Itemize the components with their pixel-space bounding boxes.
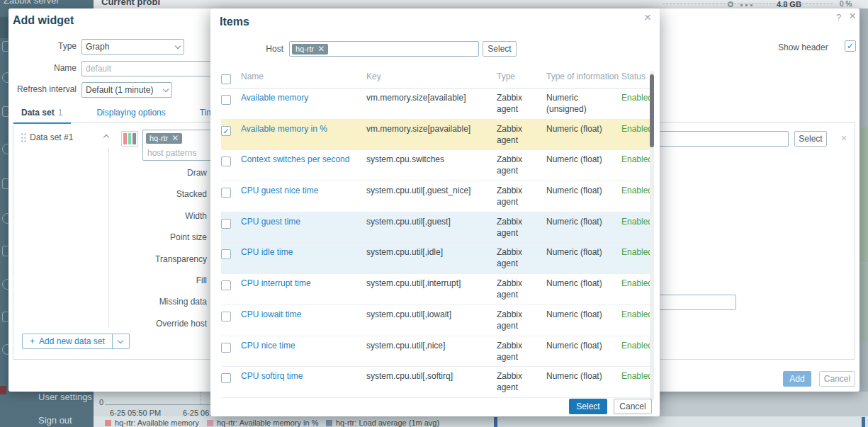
close-icon[interactable]: × <box>849 11 856 21</box>
host-label: Host <box>239 44 283 54</box>
column-header[interactable]: Name <box>241 69 366 88</box>
row-checkbox[interactable] <box>221 219 231 229</box>
dashboard-top-strip: Current probl 4.8 GB 0 % <box>92 0 868 8</box>
row-checkbox[interactable] <box>221 156 231 166</box>
row-checkbox[interactable] <box>221 280 231 290</box>
row-checkbox[interactable] <box>221 188 231 198</box>
row-checkbox[interactable] <box>221 249 231 259</box>
add-data-set-dropdown[interactable] <box>112 334 129 348</box>
drag-handle-icon[interactable] <box>21 132 27 143</box>
refresh-interval-select[interactable]: Default (1 minute) <box>81 82 172 98</box>
table-row: CPU nice timesystem.cpu.util[,nice]Zabbi… <box>221 336 653 368</box>
collapse-chevron-icon[interactable] <box>103 135 109 140</box>
graph-gridline <box>201 392 201 404</box>
gear-icon <box>728 1 733 7</box>
percent-stat: 0 % <box>840 0 852 8</box>
item-key: system.cpu.util[,softirq] <box>366 367 497 397</box>
type-select[interactable]: Graph <box>81 39 184 55</box>
item-type: Zabbix agent <box>497 336 546 367</box>
option-label-fill: Fill <box>120 275 207 285</box>
item-type-of-information: Numeric (float) <box>546 150 621 181</box>
chevron-down-icon <box>175 42 181 48</box>
scrollbar-track[interactable] <box>650 71 654 401</box>
graph-gridline <box>663 4 833 4</box>
row-checkbox[interactable] <box>221 343 231 353</box>
host-chip[interactable]: hq-rtr✕ <box>146 133 182 144</box>
item-select-button[interactable]: Select <box>794 131 827 147</box>
add-new-data-set-button[interactable]: +Add new data set <box>22 334 130 349</box>
dashboard-right-strip <box>859 8 868 392</box>
host-chip[interactable]: hq-rtr✕ <box>292 44 328 55</box>
item-name-link[interactable]: CPU nice time <box>241 336 366 367</box>
items-table-body: Available memoryvm.memory.size[available… <box>221 89 653 398</box>
item-name-link[interactable]: CPU softirq time <box>241 367 366 397</box>
tab-displaying-options[interactable]: Displaying options <box>88 105 174 124</box>
item-type: Zabbix agent <box>497 150 546 181</box>
scrollbar-thumb[interactable] <box>650 74 654 147</box>
option-label-draw: Draw <box>120 168 207 178</box>
graph-legend-item: hq-rtr: Available memory in % <box>207 419 318 427</box>
name-label: Name <box>9 63 77 73</box>
graph-y-zero-label: 0 <box>99 398 103 406</box>
swatch-stripe <box>128 133 132 144</box>
help-icon[interactable]: ? <box>836 13 841 23</box>
item-type-of-information: Numeric (float) <box>546 212 621 243</box>
items-table-header: Name Key Type Type of information Status <box>221 69 653 89</box>
dataset-title: Data set #1 <box>30 132 73 142</box>
item-type: Zabbix agent <box>497 305 546 336</box>
table-row: Available memoryvm.memory.size[available… <box>221 89 653 120</box>
graph-x-axis <box>105 404 213 405</box>
type-label: Type <box>9 41 77 51</box>
item-name-link[interactable]: CPU guest time <box>241 212 366 243</box>
item-name-link[interactable]: Available memory <box>241 89 366 119</box>
item-name-link[interactable]: CPU idle time <box>241 243 366 273</box>
show-header-checkbox[interactable]: ✓ <box>845 40 856 52</box>
add-button[interactable]: Add <box>783 371 811 387</box>
select-button[interactable]: Select <box>569 399 607 414</box>
graph-legend-item: hq-rtr: Available memory <box>105 419 199 427</box>
host-patterns-placeholder: host patterns <box>147 148 196 158</box>
cancel-button[interactable]: Cancel <box>819 371 855 387</box>
host-select-button[interactable]: Select <box>483 41 517 57</box>
item-type: Zabbix agent <box>497 120 546 150</box>
option-label-point-size: Point size <box>120 232 207 242</box>
row-checkbox[interactable] <box>221 95 231 105</box>
table-row: ✓Available memory in %vm.memory.size[pav… <box>221 120 653 151</box>
host-filter-input[interactable]: hq-rtr✕ <box>289 41 479 57</box>
item-type-of-information: Numeric (float) <box>546 243 621 273</box>
chip-remove-icon[interactable]: ✕ <box>317 45 325 53</box>
chip-remove-icon[interactable]: ✕ <box>171 135 179 142</box>
map-widget-fragment <box>859 127 868 262</box>
select-all-checkbox[interactable] <box>221 74 231 84</box>
item-key: system.cpu.util[,nice] <box>366 336 497 367</box>
close-icon[interactable]: × <box>644 13 651 23</box>
sidebar-server-name: Zabbix server <box>0 0 92 7</box>
item-name-link[interactable]: CPU iowait time <box>241 305 366 336</box>
table-row: CPU idle timesystem.cpu.util[,idle]Zabbi… <box>221 243 653 274</box>
row-checkbox[interactable] <box>221 373 231 383</box>
column-header[interactable]: Type <box>497 69 546 88</box>
remove-row-icon[interactable]: × <box>841 133 847 143</box>
row-checkbox[interactable]: ✓ <box>221 126 231 136</box>
item-name-link[interactable]: Context switches per second <box>241 150 366 181</box>
item-key: system.cpu.util[,idle] <box>366 243 497 273</box>
table-row: CPU iowait timesystem.cpu.util[,iowait]Z… <box>221 305 653 336</box>
sidebar-item-sign-out[interactable]: Sign out <box>38 415 72 426</box>
dataset-color-swatch[interactable] <box>121 131 138 147</box>
refresh-interval-label: Refresh interval <box>9 84 77 94</box>
item-key: system.cpu.util[,guest_nice] <box>366 181 497 212</box>
items-dialog: Items × Host hq-rtr✕ Select Name Key Typ… <box>210 8 660 416</box>
column-header[interactable]: Status <box>621 69 653 88</box>
tab-data-set[interactable]: Data set1 <box>13 105 71 124</box>
item-name-link[interactable]: CPU guest nice time <box>241 181 366 212</box>
column-header[interactable]: Key <box>366 69 497 88</box>
row-checkbox[interactable] <box>221 312 231 321</box>
item-type-of-information: Numeric (float) <box>546 120 621 150</box>
item-name-link[interactable]: CPU interrupt time <box>241 274 366 304</box>
graph-legend-item: hq-rtr: Load average (1m avg) <box>326 419 439 427</box>
item-key: system.cpu.util[,interrupt] <box>366 274 497 304</box>
column-header[interactable]: Type of information <box>546 69 621 88</box>
item-name-link[interactable]: Available memory in % <box>241 120 366 150</box>
cancel-button[interactable]: Cancel <box>614 399 652 414</box>
item-key: system.cpu.util[,guest] <box>366 212 497 243</box>
